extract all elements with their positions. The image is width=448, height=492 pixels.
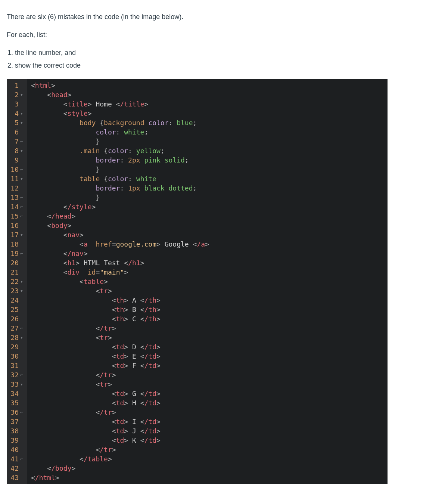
code-line: </style> bbox=[31, 202, 388, 211]
line-number: 40 bbox=[9, 445, 19, 454]
fold-icon[interactable]: ⌐ bbox=[19, 249, 25, 258]
fold-icon[interactable]: ⌐ bbox=[19, 408, 25, 417]
gutter-row: 16 bbox=[9, 221, 25, 230]
code-line: <td> H </td> bbox=[31, 398, 388, 408]
fold-icon[interactable]: ⌐ bbox=[19, 454, 25, 464]
code-line: body {background color: blue; bbox=[31, 118, 388, 127]
gutter-row: 4▾ bbox=[9, 109, 25, 118]
fold-icon[interactable]: ⌐ bbox=[19, 324, 25, 333]
fold-icon[interactable]: ⌐ bbox=[19, 211, 25, 221]
fold-icon[interactable]: ⌐ bbox=[19, 193, 25, 202]
line-number: 22 bbox=[9, 277, 19, 286]
code-line: </tr> bbox=[31, 445, 388, 454]
code-line: <table> bbox=[31, 277, 388, 286]
line-number: 8 bbox=[9, 146, 19, 155]
line-number: 3 bbox=[9, 99, 19, 109]
question-prompt: There are six (6) mistakes in the code (… bbox=[7, 12, 441, 70]
fold-icon[interactable]: ▾ bbox=[19, 286, 25, 295]
code-line: </tr> bbox=[31, 408, 388, 417]
gutter-row: 39 bbox=[9, 436, 25, 445]
code-line: <style> bbox=[31, 109, 388, 118]
code-line: border: 2px pink solid; bbox=[31, 155, 388, 165]
code-line: <td> K </td> bbox=[31, 436, 388, 445]
gutter-row: 28▾ bbox=[9, 333, 25, 342]
code-line: </head> bbox=[31, 211, 388, 221]
fold-icon[interactable]: ⌐ bbox=[19, 202, 25, 211]
prompt-intro: There are six (6) mistakes in the code (… bbox=[7, 12, 441, 22]
code-line: <th> A </th> bbox=[31, 295, 388, 305]
code-line: <head> bbox=[31, 90, 388, 99]
line-number: 1 bbox=[9, 81, 19, 90]
line-number: 2 bbox=[9, 90, 19, 99]
line-number: 36 bbox=[9, 408, 19, 417]
code-line: <tr> bbox=[31, 286, 388, 295]
code-line: <nav> bbox=[31, 230, 388, 239]
line-number: 6 bbox=[9, 127, 19, 137]
code-line: .main {color: yellow; bbox=[31, 146, 388, 155]
code-line: <tr> bbox=[31, 380, 388, 389]
code-line: table {color: white bbox=[31, 174, 388, 183]
gutter-row: 3 bbox=[9, 99, 25, 109]
fold-icon[interactable]: ▾ bbox=[19, 333, 25, 342]
code-line: border: 1px black dotted; bbox=[31, 183, 388, 193]
line-number: 37 bbox=[9, 417, 19, 426]
code-line: color: white; bbox=[31, 127, 388, 137]
code-line: </tr> bbox=[31, 324, 388, 333]
line-number: 43 bbox=[9, 473, 19, 482]
gutter-row: 31 bbox=[9, 361, 25, 370]
line-number: 29 bbox=[9, 342, 19, 352]
code-line: <td> D </td> bbox=[31, 342, 388, 352]
code-line: <th> C </th> bbox=[31, 314, 388, 324]
code-line: <html> bbox=[31, 81, 388, 90]
gutter-row: 24 bbox=[9, 295, 25, 305]
code-line: <td> E </td> bbox=[31, 352, 388, 361]
fold-icon[interactable]: ▾ bbox=[19, 174, 25, 183]
code-line: <title> Home </title> bbox=[31, 99, 388, 109]
gutter-row: 22▾ bbox=[9, 277, 25, 286]
fold-icon[interactable]: ▾ bbox=[19, 118, 25, 127]
gutter-row: 9 bbox=[9, 155, 25, 165]
line-number: 30 bbox=[9, 352, 19, 361]
fold-icon[interactable]: ▾ bbox=[19, 109, 25, 118]
line-number: 19 bbox=[9, 249, 19, 258]
fold-icon[interactable]: ▾ bbox=[19, 90, 25, 99]
fold-icon[interactable]: ⌐ bbox=[19, 370, 25, 380]
code-line: <td> J </td> bbox=[31, 426, 388, 436]
line-number: 26 bbox=[9, 314, 19, 324]
code-area: <html> <head> <title> Home </title> <sty… bbox=[27, 79, 388, 484]
line-number: 13 bbox=[9, 193, 19, 202]
gutter-row: 5▾ bbox=[9, 118, 25, 127]
gutter-row: 1 bbox=[9, 81, 25, 90]
gutter-row: 33▾ bbox=[9, 380, 25, 389]
fold-icon[interactable]: ▾ bbox=[19, 146, 25, 155]
gutter-row: 25 bbox=[9, 305, 25, 314]
fold-icon[interactable]: ⌐ bbox=[19, 165, 25, 174]
line-number: 35 bbox=[9, 398, 19, 408]
code-line: <h1> HTML Test </h1> bbox=[31, 258, 388, 267]
code-line: } bbox=[31, 137, 388, 146]
gutter-row: 42 bbox=[9, 464, 25, 473]
gutter-row: 8▾ bbox=[9, 146, 25, 155]
line-number: 21 bbox=[9, 267, 19, 277]
fold-icon[interactable]: ▾ bbox=[19, 277, 25, 286]
gutter-row: 41⌐ bbox=[9, 454, 25, 464]
gutter-row: 17▾ bbox=[9, 230, 25, 239]
gutter-row: 6 bbox=[9, 127, 25, 137]
line-number: 16 bbox=[9, 221, 19, 230]
gutter-row: 32⌐ bbox=[9, 370, 25, 380]
line-number: 11 bbox=[9, 174, 19, 183]
line-number: 4 bbox=[9, 109, 19, 118]
prompt-list: the line number, and show the correct co… bbox=[15, 48, 441, 70]
code-line: <body> bbox=[31, 221, 388, 230]
fold-icon[interactable]: ▾ bbox=[19, 230, 25, 239]
gutter-row: 7⌐ bbox=[9, 137, 25, 146]
gutter-row: 23▾ bbox=[9, 286, 25, 295]
gutter-row: 38 bbox=[9, 426, 25, 436]
fold-icon[interactable]: ▾ bbox=[19, 380, 25, 389]
gutter-row: 43 bbox=[9, 473, 25, 482]
line-number: 9 bbox=[9, 155, 19, 165]
gutter-row: 34 bbox=[9, 389, 25, 398]
line-number: 24 bbox=[9, 295, 19, 305]
fold-icon[interactable]: ⌐ bbox=[19, 137, 25, 146]
gutter-row: 11▾ bbox=[9, 174, 25, 183]
